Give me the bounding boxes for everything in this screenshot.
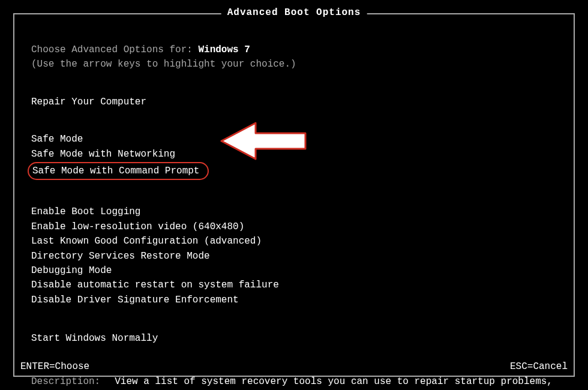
option-ds-restore[interactable]: Directory Services Restore Mode [31,250,210,263]
advanced-options-group: Enable Boot Logging Enable low-resolutio… [31,205,557,308]
footer-enter: ENTER=Choose [20,361,89,372]
screen-title: Advanced Boot Options [221,7,367,18]
content-area: Choose Advanced Options for: Windows 7 (… [14,14,574,390]
repair-computer-option[interactable]: Repair Your Computer [31,95,557,109]
option-disable-auto-restart[interactable]: Disable automatic restart on system fail… [31,278,279,292]
option-safe-mode-networking[interactable]: Safe Mode with Networking [31,148,175,161]
description-label: Description: [31,375,100,390]
description-text: View a list of system recovery tools you… [115,375,557,390]
option-safe-mode[interactable]: Safe Mode [31,133,83,146]
option-low-res-video[interactable]: Enable low-resolution video (640x480) [31,220,244,233]
footer-bar: ENTER=Choose ESC=Cancel [20,361,568,372]
footer-esc: ESC=Cancel [510,361,568,372]
option-disable-driver-sig[interactable]: Disable Driver Signature Enforcement [31,293,239,307]
os-name: Windows 7 [198,44,250,55]
option-start-normally[interactable]: Start Windows Normally [31,332,557,345]
option-safe-mode-cmd[interactable]: Safe Mode with Command Prompt [28,162,209,180]
choose-prefix: Choose Advanced Options for: [31,44,198,55]
navigation-hint: (Use the arrow keys to highlight your ch… [31,58,557,71]
option-last-known-good[interactable]: Last Known Good Configuration (advanced) [31,235,262,248]
boot-options-frame: Advanced Boot Options Choose Advanced Op… [13,13,575,377]
description-area: Description: View a list of system recov… [31,375,557,390]
option-boot-logging[interactable]: Enable Boot Logging [31,205,140,218]
option-debugging[interactable]: Debugging Mode [31,264,112,277]
choose-prompt: Choose Advanced Options for: Windows 7 [31,43,557,56]
safe-mode-group: Safe Mode Safe Mode with Networking Safe… [31,133,557,181]
